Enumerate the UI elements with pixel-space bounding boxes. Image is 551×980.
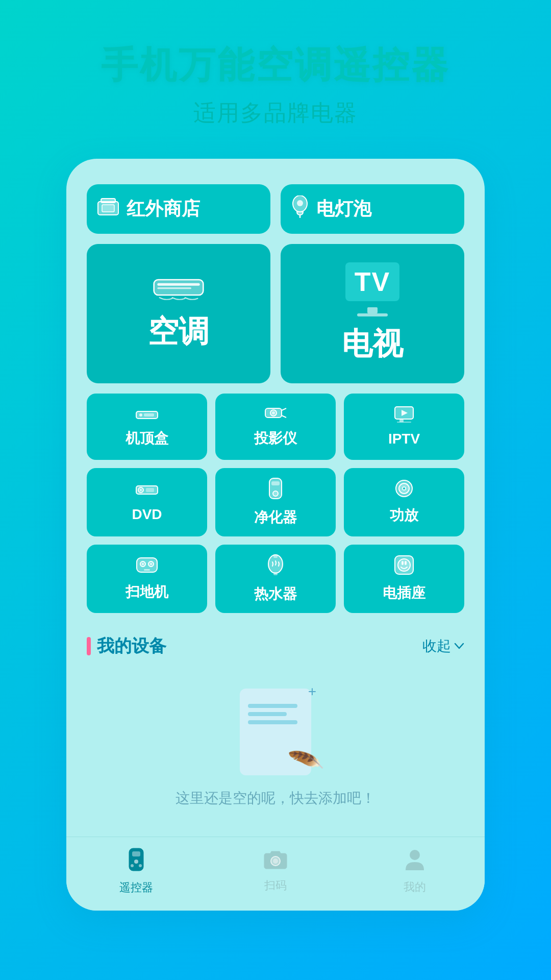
stb-icon	[136, 406, 158, 425]
light-bulb-label: 电灯泡	[316, 197, 371, 222]
infrared-shop-card[interactable]: 红外商店	[87, 184, 270, 234]
svg-point-4	[297, 200, 303, 206]
purifier-card[interactable]: 净化器	[215, 468, 336, 536]
svg-point-51	[139, 864, 142, 867]
svg-rect-22	[397, 422, 411, 423]
svg-point-25	[140, 489, 142, 491]
clipboard-line-3	[248, 720, 297, 724]
infrared-shop-label: 红外商店	[127, 197, 200, 222]
svg-point-12	[139, 413, 142, 416]
robot-vacuum-label: 扫地机	[126, 582, 168, 602]
svg-point-29	[273, 491, 278, 496]
power-outlet-label: 电插座	[383, 583, 425, 603]
purifier-icon	[267, 477, 284, 504]
header-section: 手机万能空调遥控器 适用多品牌电器	[101, 41, 450, 128]
svg-point-38	[150, 563, 152, 565]
light-bulb-card[interactable]: 电灯泡	[281, 184, 464, 234]
svg-rect-1	[101, 199, 115, 203]
nav-profile-label: 我的	[404, 879, 426, 895]
svg-rect-8	[157, 287, 191, 289]
clipboard-line-1	[248, 704, 297, 708]
ac-label: 空调	[148, 311, 209, 353]
svg-rect-41	[273, 555, 278, 558]
app-subtitle: 适用多品牌电器	[101, 98, 450, 128]
nav-camera[interactable]: 扫码	[206, 849, 345, 893]
app-title: 手机万能空调遥控器	[101, 41, 450, 90]
ac-card[interactable]: 空调	[87, 244, 270, 383]
my-devices-section: 我的设备 收起 + 🪶 这里还是空的呢，快去添加吧！	[87, 626, 464, 837]
my-devices-title-group: 我的设备	[87, 634, 166, 658]
svg-rect-28	[271, 481, 280, 485]
my-devices-title: 我的设备	[97, 634, 166, 658]
light-bulb-icon	[291, 195, 309, 223]
nav-remote-label: 遥控器	[119, 880, 153, 895]
phone-container: 红外商店 电灯泡 空调	[66, 159, 485, 911]
infrared-shop-icon	[97, 198, 119, 220]
my-devices-header: 我的设备 收起	[87, 634, 464, 658]
water-heater-card[interactable]: 热水器	[215, 545, 336, 613]
bottom-navigation: 遥控器 扫码 我的	[66, 837, 485, 911]
nav-profile[interactable]: 我的	[345, 848, 485, 895]
nav-camera-label: 扫码	[264, 878, 287, 893]
svg-point-50	[131, 864, 134, 867]
remote-nav-icon	[127, 847, 145, 877]
ac-icon	[153, 275, 204, 305]
svg-point-16	[272, 411, 275, 414]
row5-grid: 扫地机 热水器	[87, 545, 464, 613]
svg-rect-9	[367, 307, 378, 313]
iptv-card[interactable]: IPTV	[344, 394, 464, 460]
svg-rect-13	[144, 413, 154, 416]
svg-rect-2	[102, 205, 114, 212]
robot-vacuum-icon	[136, 556, 158, 578]
water-heater-icon	[266, 554, 285, 580]
row3-grid: 机顶盒 投影仪	[87, 394, 464, 460]
svg-rect-48	[132, 851, 140, 856]
amplifier-icon	[393, 479, 415, 502]
projector-label: 投影仪	[254, 429, 297, 448]
amplifier-card[interactable]: 功放	[344, 468, 464, 536]
collapse-label: 收起	[422, 636, 451, 656]
svg-line-17	[282, 408, 286, 410]
power-outlet-card[interactable]: 电插座	[344, 545, 464, 613]
svg-point-53	[273, 859, 278, 864]
tv-stand-icon	[352, 307, 393, 317]
projector-icon	[264, 405, 287, 425]
dvd-label: DVD	[132, 506, 162, 523]
robot-vacuum-card[interactable]: 扫地机	[87, 545, 207, 613]
svg-rect-45	[402, 561, 404, 565]
row4-grid: DVD 净化器 功放	[87, 468, 464, 536]
empty-device-icon: + 🪶	[230, 678, 321, 780]
camera-nav-icon	[263, 849, 288, 875]
purifier-label: 净化器	[254, 508, 297, 527]
empty-device-text: 这里还是空的呢，快去添加吧！	[176, 789, 375, 808]
svg-point-36	[142, 563, 144, 565]
iptv-icon	[394, 406, 414, 427]
tv-label: 电视	[342, 324, 403, 365]
svg-rect-7	[157, 283, 199, 286]
empty-device-area: + 🪶 这里还是空的呢，快去添加吧！	[87, 668, 464, 828]
svg-point-33	[403, 487, 405, 489]
profile-nav-icon	[405, 848, 425, 876]
stb-label: 机顶盒	[126, 429, 168, 448]
power-outlet-icon	[394, 555, 414, 579]
amplifier-label: 功放	[390, 506, 418, 525]
iptv-label: IPTV	[388, 431, 420, 447]
svg-rect-39	[144, 569, 150, 571]
collapse-button[interactable]: 收起	[422, 636, 464, 656]
svg-rect-46	[405, 561, 407, 565]
svg-rect-42	[273, 572, 278, 575]
svg-rect-10	[357, 313, 388, 316]
pink-bar-decoration	[87, 637, 91, 655]
svg-line-18	[282, 415, 286, 418]
projector-card[interactable]: 投影仪	[215, 394, 336, 460]
stb-card[interactable]: 机顶盒	[87, 394, 207, 460]
big-grid-row: 空调 TV 电视	[87, 244, 464, 383]
tv-icon: TV	[345, 262, 399, 301]
svg-point-49	[134, 860, 138, 864]
dvd-card[interactable]: DVD	[87, 468, 207, 536]
svg-rect-26	[146, 488, 154, 492]
tv-card[interactable]: TV 电视	[281, 244, 464, 383]
nav-remote[interactable]: 遥控器	[66, 847, 206, 895]
water-heater-label: 热水器	[254, 584, 297, 604]
chevron-down-icon	[454, 643, 464, 650]
